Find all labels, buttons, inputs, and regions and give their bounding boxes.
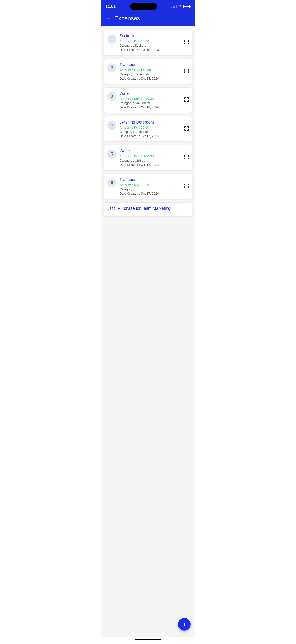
expand-icon[interactable] xyxy=(184,184,189,189)
expense-list: 1 Stickers Amount : Ksh 50.00 Category :… xyxy=(101,26,195,643)
expense-card[interactable]: 6 Transport Amount : Ksh 50.00 Category … xyxy=(104,174,192,199)
status-icons xyxy=(171,5,191,8)
expense-amount: Amount : Ksh 140.00 xyxy=(120,68,189,72)
index-badge: 2 xyxy=(107,63,116,72)
index-badge: 6 xyxy=(107,178,116,187)
expense-card[interactable]: 4 Washing Detergent Amount : Ksh 95.00 C… xyxy=(104,116,192,142)
dynamic-island xyxy=(130,3,157,10)
expense-title: Transport xyxy=(120,178,189,182)
expense-amount: Amount : Ksh 6,000.00 xyxy=(120,97,189,100)
expand-icon[interactable] xyxy=(184,97,189,103)
partial-expense-card[interactable]: Jazzi Purchase for Team Marketing xyxy=(104,202,192,217)
expense-amount: Amount : Ksh 50.00 xyxy=(120,183,189,187)
expense-card[interactable]: 5 Water Amount : Ksh 4,100.00 Category :… xyxy=(104,145,192,170)
partial-expense-title: Jazzi Purchase for Team Marketing xyxy=(107,206,189,211)
expand-icon[interactable] xyxy=(184,155,189,160)
expense-category: Category : Essentials xyxy=(120,72,189,76)
expense-date: Date Created : Oct 17, 2024 xyxy=(120,192,189,195)
expense-category: Category : Essentials xyxy=(120,130,189,134)
expense-category: Category : xyxy=(120,188,189,191)
index-badge: 1 xyxy=(107,34,116,44)
svg-point-0 xyxy=(180,8,180,8)
status-time: 11:51 xyxy=(105,4,116,9)
expand-icon[interactable] xyxy=(184,68,189,74)
expense-category: Category : Stickers xyxy=(120,44,189,48)
add-expense-button[interactable]: + xyxy=(178,618,191,630)
expense-category: Category : Utilities xyxy=(120,159,189,162)
index-badge: 5 xyxy=(107,150,116,158)
expense-date: Date Created : Oct 18, 2024 xyxy=(120,77,189,80)
expense-title: Water xyxy=(120,91,189,96)
expense-info: Washing Detergent Amount : Ksh 95.00 Cat… xyxy=(120,120,189,138)
expense-date: Date Created : Oct 17, 2024 xyxy=(120,163,189,166)
expense-title: Washing Detergent xyxy=(120,120,189,124)
home-bar xyxy=(135,639,161,640)
expense-date: Date Created : Oct 18, 2024 xyxy=(120,106,189,109)
expense-info: Water Amount : Ksh 4,100.00 Category : U… xyxy=(120,149,189,166)
expense-card[interactable]: 2 Transport Amount : Ksh 140.00 Category… xyxy=(104,58,192,84)
battery-icon xyxy=(183,5,191,8)
index-badge: 3 xyxy=(107,92,116,101)
expand-icon[interactable] xyxy=(184,126,189,132)
partial-expense-info: Jazzi Purchase for Team Marketing xyxy=(107,206,189,212)
signal-icon xyxy=(171,6,177,8)
expense-title: Stickers xyxy=(120,34,189,38)
wifi-icon xyxy=(178,5,182,8)
home-indicator xyxy=(101,637,195,644)
expense-info: Transport Amount : Ksh 140.00 Category :… xyxy=(120,62,189,80)
expense-category: Category : Raw Water xyxy=(120,101,189,105)
expense-info: Stickers Amount : Ksh 50.00 Category : S… xyxy=(120,34,189,52)
header: ← Expenses xyxy=(101,12,195,26)
expense-info: Water Amount : Ksh 6,000.00 Category : R… xyxy=(120,91,189,109)
expense-amount: Amount : Ksh 95.00 xyxy=(120,126,189,129)
expense-title: Water xyxy=(120,149,189,153)
index-badge: 4 xyxy=(107,121,116,130)
expand-icon[interactable] xyxy=(184,40,189,46)
expense-card[interactable]: 1 Stickers Amount : Ksh 50.00 Category :… xyxy=(104,30,192,56)
expense-amount: Amount : Ksh 50.00 xyxy=(120,39,189,43)
back-button[interactable]: ← xyxy=(105,15,111,22)
expense-card[interactable]: 3 Water Amount : Ksh 6,000.00 Category :… xyxy=(104,87,192,113)
expense-info: Transport Amount : Ksh 50.00 Category : … xyxy=(120,178,189,195)
expense-title: Transport xyxy=(120,62,189,67)
expense-amount: Amount : Ksh 4,100.00 xyxy=(120,154,189,158)
page-title: Expenses xyxy=(114,15,140,22)
expense-date: Date Created : Oct 18, 2024 xyxy=(120,48,189,52)
status-bar: 11:51 xyxy=(101,0,195,12)
expense-date: Date Created : Oct 17, 2024 xyxy=(120,134,189,138)
